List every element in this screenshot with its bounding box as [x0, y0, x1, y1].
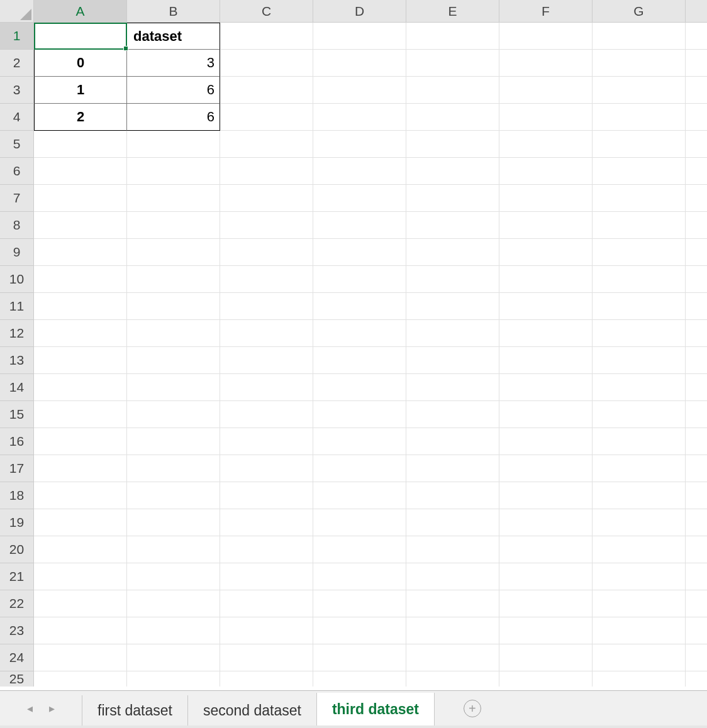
cell-B1[interactable]: dataset	[127, 23, 220, 50]
cell-B23[interactable]	[127, 617, 220, 644]
cell-C15[interactable]	[220, 401, 313, 428]
cell-F7[interactable]	[499, 185, 593, 212]
cell-A10[interactable]	[34, 266, 127, 293]
cell-B16[interactable]	[127, 428, 220, 455]
row-header-4[interactable]: 4	[0, 104, 34, 131]
row-header-3[interactable]: 3	[0, 77, 34, 104]
cell-E19[interactable]	[406, 509, 499, 536]
cell-A11[interactable]	[34, 293, 127, 320]
row-header-12[interactable]: 12	[0, 320, 34, 347]
column-header-G[interactable]: G	[593, 0, 686, 23]
cell-D18[interactable]	[313, 482, 406, 509]
cell-E4[interactable]	[406, 104, 499, 131]
cell-A7[interactable]	[34, 185, 127, 212]
cell-C17[interactable]	[220, 455, 313, 482]
cell-D19[interactable]	[313, 509, 406, 536]
cell-F21[interactable]	[499, 563, 593, 590]
cell-G21[interactable]	[593, 563, 686, 590]
cell-G24[interactable]	[593, 644, 686, 671]
cell-E10[interactable]	[406, 266, 499, 293]
row-header-1[interactable]: 1	[0, 23, 34, 50]
cell-F10[interactable]	[499, 266, 593, 293]
cell-E15[interactable]	[406, 401, 499, 428]
cell-E13[interactable]	[406, 347, 499, 374]
cell-G2[interactable]	[593, 50, 686, 77]
cell-D17[interactable]	[313, 455, 406, 482]
column-header-E[interactable]: E	[406, 0, 499, 23]
cell-C5[interactable]	[220, 131, 313, 158]
cell-G17[interactable]	[593, 455, 686, 482]
cell-F6[interactable]	[499, 158, 593, 185]
cell-F9[interactable]	[499, 239, 593, 266]
cell-E22[interactable]	[406, 590, 499, 617]
cell-B20[interactable]	[127, 536, 220, 563]
cell-E21[interactable]	[406, 563, 499, 590]
cell-F20[interactable]	[499, 536, 593, 563]
cell-E14[interactable]	[406, 374, 499, 401]
cell-G3[interactable]	[593, 77, 686, 104]
cell-D25[interactable]	[313, 671, 406, 687]
cell-G8[interactable]	[593, 212, 686, 239]
cell-F12[interactable]	[499, 320, 593, 347]
cell-G7[interactable]	[593, 185, 686, 212]
cell-G6[interactable]	[593, 158, 686, 185]
cell-C19[interactable]	[220, 509, 313, 536]
cell-A24[interactable]	[34, 644, 127, 671]
cell-C20[interactable]	[220, 536, 313, 563]
cell-D3[interactable]	[313, 77, 406, 104]
cell-A6[interactable]	[34, 158, 127, 185]
cell-E23[interactable]	[406, 617, 499, 644]
cell-D12[interactable]	[313, 320, 406, 347]
row-header-11[interactable]: 11	[0, 293, 34, 320]
row-header-20[interactable]: 20	[0, 536, 34, 563]
cell-B2[interactable]: 3	[127, 50, 220, 77]
cell-A16[interactable]	[34, 428, 127, 455]
cell-G4[interactable]	[593, 104, 686, 131]
cell-C10[interactable]	[220, 266, 313, 293]
row-header-17[interactable]: 17	[0, 455, 34, 482]
cell-C2[interactable]	[220, 50, 313, 77]
cell-B24[interactable]	[127, 644, 220, 671]
cell-F24[interactable]	[499, 644, 593, 671]
cell-A17[interactable]	[34, 455, 127, 482]
column-header-B[interactable]: B	[127, 0, 220, 23]
column-header-D[interactable]: D	[313, 0, 406, 23]
cell-G14[interactable]	[593, 374, 686, 401]
cell-C7[interactable]	[220, 185, 313, 212]
cell-A21[interactable]	[34, 563, 127, 590]
cell-E11[interactable]	[406, 293, 499, 320]
cell-A2[interactable]: 0	[34, 50, 127, 77]
row-header-8[interactable]: 8	[0, 212, 34, 239]
cell-C14[interactable]	[220, 374, 313, 401]
cell-E17[interactable]	[406, 455, 499, 482]
cell-G23[interactable]	[593, 617, 686, 644]
cell-C13[interactable]	[220, 347, 313, 374]
cell-B11[interactable]	[127, 293, 220, 320]
cell-F5[interactable]	[499, 131, 593, 158]
cell-E3[interactable]	[406, 77, 499, 104]
cell-G22[interactable]	[593, 590, 686, 617]
cell-C4[interactable]	[220, 104, 313, 131]
column-header-C[interactable]: C	[220, 0, 313, 23]
cell-B13[interactable]	[127, 347, 220, 374]
cell-B19[interactable]	[127, 509, 220, 536]
cell-C22[interactable]	[220, 590, 313, 617]
cell-C12[interactable]	[220, 320, 313, 347]
cell-D5[interactable]	[313, 131, 406, 158]
cell-A4[interactable]: 2	[34, 104, 127, 131]
cell-B25[interactable]	[127, 671, 220, 687]
row-header-25[interactable]: 25	[0, 671, 34, 687]
cell-E12[interactable]	[406, 320, 499, 347]
row-header-18[interactable]: 18	[0, 482, 34, 509]
row-header-13[interactable]: 13	[0, 347, 34, 374]
cell-E1[interactable]	[406, 23, 499, 50]
cell-G12[interactable]	[593, 320, 686, 347]
cell-B7[interactable]	[127, 185, 220, 212]
tab-nav-next[interactable]: ▸	[49, 702, 55, 715]
cell-E6[interactable]	[406, 158, 499, 185]
cell-F4[interactable]	[499, 104, 593, 131]
cell-G15[interactable]	[593, 401, 686, 428]
cell-A15[interactable]	[34, 401, 127, 428]
cell-E20[interactable]	[406, 536, 499, 563]
row-header-21[interactable]: 21	[0, 563, 34, 590]
